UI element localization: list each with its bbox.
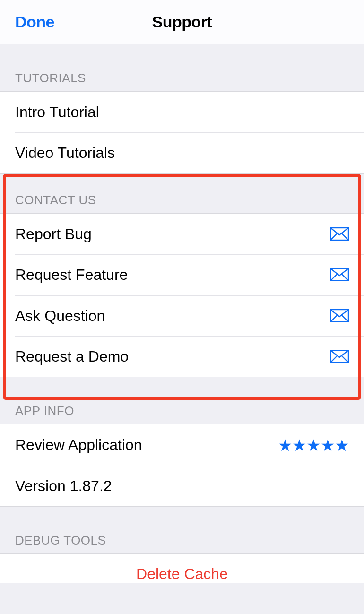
row-label: Review Application (15, 436, 142, 454)
done-button[interactable]: Done (15, 13, 54, 31)
row-intro-tutorial[interactable]: Intro Tutorial (0, 92, 364, 132)
mail-icon (330, 309, 349, 322)
five-star-icon: ★ ★ ★ ★ ★ (278, 437, 349, 453)
section-header-tutorials: TUTORIALS (0, 44, 364, 91)
row-review-application[interactable]: Review Application ★ ★ ★ ★ ★ (0, 424, 364, 465)
star-icon: ★ (335, 437, 349, 453)
row-request-demo[interactable]: Request a Demo (0, 336, 364, 377)
section-debug: DEBUG TOOLS Delete Cache (0, 507, 364, 583)
section-contact-wrap: CONTACT US Report Bug Request Feature As… (0, 174, 364, 378)
row-report-bug[interactable]: Report Bug (0, 214, 364, 254)
row-label: Video Tutorials (15, 144, 115, 162)
row-label: Request a Demo (15, 347, 129, 365)
star-icon: ★ (321, 437, 335, 453)
section-tutorials: TUTORIALS Intro Tutorial Video Tutorials (0, 44, 364, 174)
section-header-contact: CONTACT US (0, 174, 364, 213)
star-icon: ★ (292, 437, 306, 453)
section-app-info: APP INFO Review Application ★ ★ ★ ★ ★ Ve… (0, 377, 364, 507)
row-label: Version 1.87.2 (15, 477, 112, 495)
mail-icon (330, 268, 349, 281)
star-icon: ★ (306, 437, 321, 453)
row-ask-question[interactable]: Ask Question (0, 295, 364, 336)
row-label: Request Feature (15, 266, 128, 284)
row-label: Report Bug (15, 225, 92, 243)
row-version: Version 1.87.2 (0, 466, 364, 506)
section-header-debug: DEBUG TOOLS (0, 507, 364, 553)
star-icon: ★ (278, 437, 292, 453)
navbar: Done Support (0, 0, 364, 44)
section-header-app-info: APP INFO (0, 377, 364, 424)
row-delete-cache[interactable]: Delete Cache (0, 554, 364, 583)
mail-icon (330, 227, 349, 241)
row-label: Intro Tutorial (15, 103, 99, 121)
row-video-tutorials[interactable]: Video Tutorials (0, 132, 364, 173)
row-label: Ask Question (15, 307, 105, 325)
mail-icon (330, 350, 349, 363)
page-title: Support (152, 13, 212, 31)
row-request-feature[interactable]: Request Feature (0, 254, 364, 295)
section-contact: CONTACT US Report Bug Request Feature As… (0, 174, 364, 378)
